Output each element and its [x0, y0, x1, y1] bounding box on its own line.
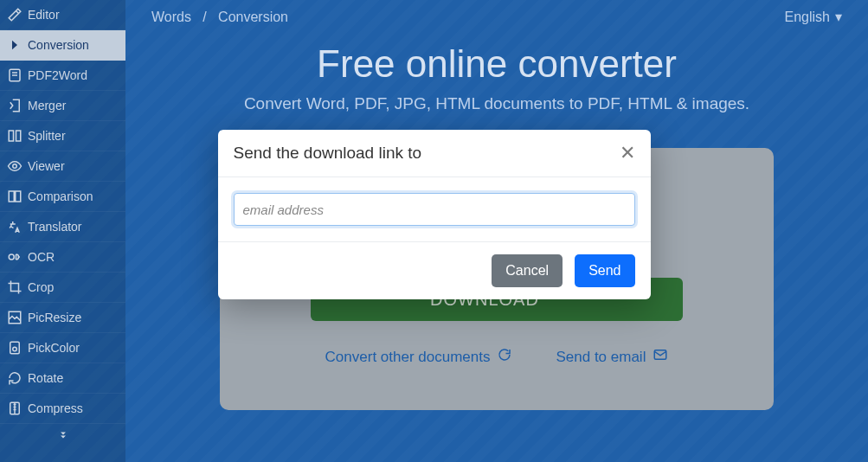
modal-header: Send the download link to ✕ — [218, 130, 651, 177]
send-link-modal: Send the download link to ✕ Cancel Send — [218, 130, 651, 299]
close-icon: ✕ — [620, 142, 635, 164]
modal-backdrop: Send the download link to ✕ Cancel Send — [0, 0, 868, 462]
modal-close-button[interactable]: ✕ — [620, 144, 635, 163]
modal-body — [218, 177, 651, 242]
cancel-button[interactable]: Cancel — [492, 254, 563, 287]
email-input[interactable] — [234, 193, 635, 226]
send-button[interactable]: Send — [575, 254, 634, 287]
modal-title: Send the download link to — [234, 144, 422, 163]
modal-footer: Cancel Send — [218, 242, 651, 299]
